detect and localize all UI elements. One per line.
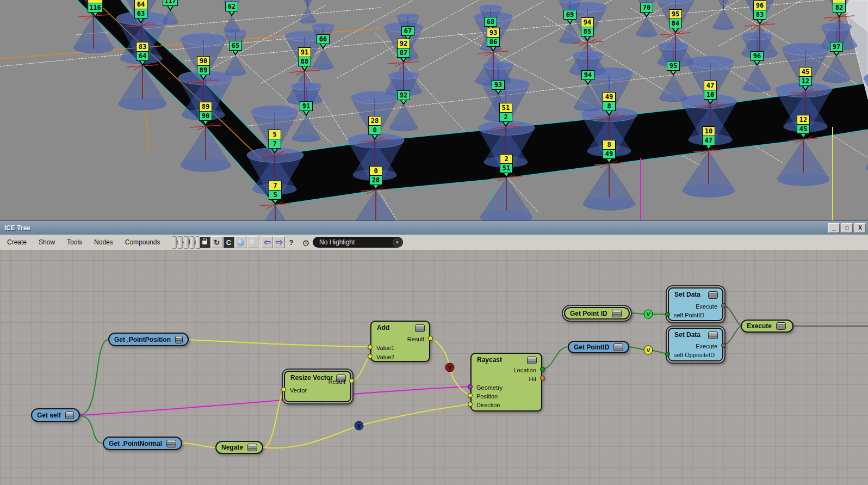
port-label-location: Location — [513, 366, 536, 374]
point-id-tag: 9683 — [753, 1, 766, 24]
tag-value-yellow: 93 — [487, 28, 500, 38]
tag-tail — [400, 100, 407, 105]
tag-tail — [833, 52, 840, 57]
menu-tools[interactable]: Tools — [61, 235, 88, 250]
wire-get-self-to-raycast.Geometry[interactable] — [80, 386, 470, 415]
port-hit[interactable] — [540, 376, 545, 380]
port-self-oppositeid[interactable] — [665, 352, 670, 357]
node-raycast[interactable]: RaycastLocationHitGeometryPositionDirect… — [470, 353, 542, 412]
tag-value-green: 87 — [397, 48, 410, 58]
refresh-icon[interactable]: ↻ — [211, 236, 222, 248]
tag-tail — [320, 44, 326, 49]
tag-tail — [92, 13, 98, 17]
node-resize-vector[interactable]: Resize VectorResultVector — [284, 371, 351, 402]
port-value2[interactable] — [368, 354, 373, 359]
database-icon — [708, 331, 718, 339]
tag-value-green: 89 — [197, 65, 210, 75]
wire-raycast.Location-to-get-pointid[interactable] — [542, 347, 568, 369]
cycle-icon[interactable]: C — [223, 236, 234, 248]
wire-resize-vector.Result-to-add.Value2[interactable] — [351, 356, 370, 380]
point-id-tag: 251 — [500, 154, 513, 178]
tag-tail — [606, 159, 612, 164]
ice-tree-window: ICE Tree _□X CreateShowToolsNodesCompoun… — [0, 220, 868, 485]
node-title: Negate — [221, 444, 243, 451]
wire-set-data-2.Execute-to-execute[interactable] — [723, 326, 741, 345]
conversion-badge: V — [644, 310, 653, 319]
tag-value-yellow: 90 — [197, 56, 210, 66]
wire-get-self-to-get-pointnormal[interactable] — [80, 416, 103, 443]
port-geometry[interactable] — [468, 384, 473, 389]
port-execute[interactable] — [721, 343, 726, 348]
node-set-data-2[interactable]: Set DataExecuteself.OppositeID — [668, 328, 723, 361]
port-vector[interactable] — [281, 387, 286, 392]
menu-nodes[interactable]: Nodes — [88, 235, 119, 250]
node-get-self[interactable]: Get self — [31, 408, 80, 422]
port-direction[interactable] — [468, 402, 473, 407]
tag-tail — [836, 13, 842, 17]
menu-create[interactable]: Create — [1, 235, 33, 250]
point-id-tag: 9584 — [669, 9, 682, 33]
close-button[interactable]: X — [854, 223, 866, 233]
node-set-data-1[interactable]: Set DataExecuteself.PointID — [668, 287, 723, 321]
port-position[interactable] — [468, 393, 473, 398]
help-icon[interactable]: ? — [286, 236, 297, 248]
database-icon — [708, 291, 718, 299]
point-id-tag: 1245 — [797, 115, 810, 139]
tag-value-yellow: 2 — [500, 154, 513, 164]
point-id-tag: 9089 — [197, 56, 210, 80]
port-label-direction: Direction — [476, 401, 500, 409]
wire-get-self-to-get-pointposition[interactable] — [80, 340, 108, 415]
tag-tail — [503, 122, 509, 127]
tag-value-green: 83 — [753, 10, 766, 20]
point-id-tag: 280 — [368, 116, 381, 140]
menu-compounds[interactable]: Compounds — [119, 235, 166, 250]
forward-icon[interactable]: ⇨ — [274, 236, 285, 248]
port-label-execute: Execute — [696, 303, 717, 310]
node-get-pointnormal[interactable]: Get .PointNormal — [103, 437, 182, 450]
3d-viewport[interactable]: 1176265666768697091929394959697116646383… — [0, 0, 868, 220]
tag-value-green: 7 — [268, 139, 281, 149]
tag-value-green: 88 — [298, 57, 311, 66]
wire-set-data-1.Execute-to-execute[interactable] — [723, 305, 741, 326]
port-result[interactable] — [349, 378, 354, 383]
node-negate[interactable]: Negate — [215, 441, 263, 454]
port-label-position: Position — [476, 392, 498, 400]
tag-value-green: 68 — [484, 17, 497, 27]
timer-icon[interactable]: ◷ — [300, 236, 312, 248]
minimize-button[interactable]: _ — [828, 223, 840, 233]
menu-show[interactable]: Show — [33, 235, 61, 250]
window-titlebar[interactable]: ICE Tree _□X — [0, 220, 868, 235]
ice-graph-canvas[interactable]: Get selfGet .PointPositionGet .PointNorm… — [0, 250, 868, 485]
node-add[interactable]: AddResultValue1Value2 — [370, 321, 430, 362]
node-execute[interactable]: Execute — [741, 320, 793, 333]
node-get-pointid[interactable]: Get PointID — [568, 341, 629, 353]
node-get-pointposition[interactable]: Get .PointPosition — [108, 333, 189, 346]
database-icon — [65, 412, 74, 419]
highlight-dropdown[interactable]: No Highlight ▼ — [313, 237, 403, 248]
maximize-button[interactable]: □ — [841, 223, 853, 233]
port-self-pointid[interactable] — [665, 312, 670, 317]
globe-icon[interactable] — [235, 236, 246, 248]
tag-value-green: 94 — [581, 70, 594, 80]
tag-value-green: 51 — [500, 163, 513, 173]
point-id-tag: 69 — [563, 10, 576, 24]
port-value1[interactable] — [368, 345, 373, 349]
node-title: Resize Vector — [290, 374, 333, 382]
tag-value-green: 5 — [269, 190, 282, 200]
point-id-tag: 91 — [300, 102, 313, 116]
wire-negate-to-resize-vector.Vector[interactable] — [263, 389, 284, 447]
tag-value-green: 2 — [499, 112, 512, 122]
port-label-execute: Execute — [696, 342, 717, 350]
lock-icon[interactable] — [199, 236, 210, 248]
back-icon[interactable]: ⇦ — [262, 236, 273, 248]
wire-get-pointposition-to-add.Value1[interactable] — [189, 340, 370, 347]
node-get-point-id[interactable]: Get Point ID — [564, 307, 630, 320]
wire-negate-to-raycast.Direction[interactable] — [263, 404, 470, 448]
tag-value-green: 84 — [669, 19, 682, 28]
wire-get-pointnormal-to-negate[interactable] — [182, 443, 215, 447]
port-execute[interactable] — [721, 303, 726, 308]
disabled-icon[interactable] — [247, 236, 258, 248]
toolbar-grip[interactable] — [172, 236, 201, 248]
port-result[interactable] — [428, 336, 433, 341]
port-location[interactable] — [540, 367, 545, 372]
